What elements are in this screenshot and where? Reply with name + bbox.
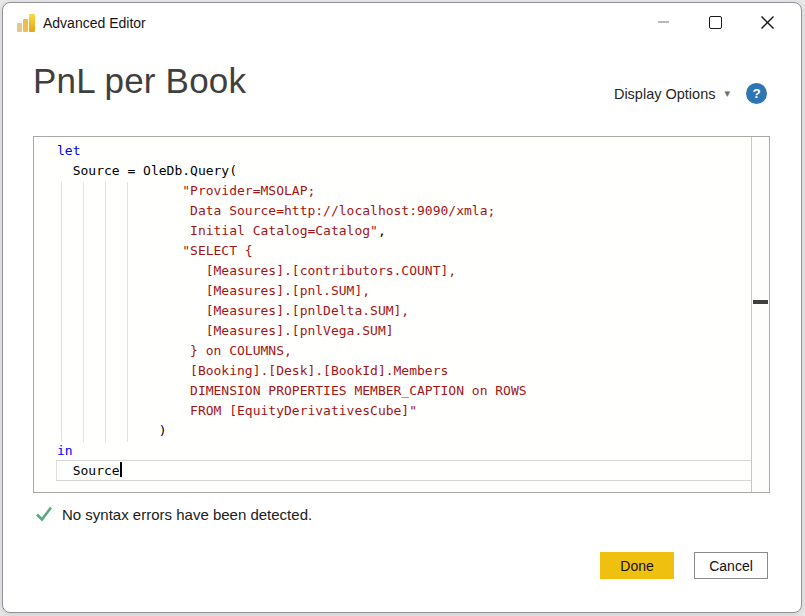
display-options-label: Display Options	[614, 86, 716, 102]
question-mark-icon: ?	[752, 86, 760, 101]
checkmark-icon	[33, 504, 55, 524]
code-line: FROM [EquityDerivativesCube]"	[57, 401, 751, 421]
display-options-dropdown[interactable]: Display Options ▾	[614, 86, 730, 102]
status-bar: No syntax errors have been detected.	[33, 504, 312, 524]
code-line: Source	[57, 461, 751, 481]
code-line: } on COLUMNS,	[57, 341, 751, 361]
minimize-button[interactable]	[637, 3, 689, 41]
code-line: [Measures].[pnl.SUM],	[57, 281, 751, 301]
close-icon	[760, 15, 775, 30]
maximize-icon	[709, 16, 722, 29]
code-line: "SELECT {	[57, 241, 751, 261]
code-line: [Measures].[pnlVega.SUM]	[57, 321, 751, 341]
header-actions: Display Options ▾ ?	[614, 83, 767, 104]
code-line: )	[57, 421, 751, 441]
chevron-down-icon: ▾	[724, 88, 730, 99]
code-line: [Booking].[Desk].[BookId].Members	[57, 361, 751, 381]
minimize-icon	[658, 21, 669, 23]
window-title: Advanced Editor	[43, 15, 146, 31]
code-line: [Measures].[contributors.COUNT],	[57, 261, 751, 281]
done-button[interactable]: Done	[600, 552, 674, 579]
code-line: Initial Catalog=Catalog",	[57, 221, 751, 241]
powerbi-logo-icon	[17, 14, 35, 32]
footer: Done Cancel	[600, 552, 768, 579]
window-controls	[637, 3, 793, 41]
code-line: DIMENSION PROPERTIES MEMBER_CAPTION on R…	[57, 381, 751, 401]
advanced-editor-dialog: Advanced Editor PnL per Book Display Opt…	[2, 2, 802, 613]
status-message: No syntax errors have been detected.	[62, 506, 312, 523]
code-area[interactable]: let Source = OleDb.Query( "Provider=MSOL…	[34, 137, 751, 492]
text-cursor	[120, 462, 122, 477]
dialog-header: PnL per Book Display Options ▾ ?	[33, 61, 767, 113]
cancel-button[interactable]: Cancel	[694, 552, 768, 579]
code-line: let	[57, 141, 751, 161]
help-button[interactable]: ?	[746, 83, 767, 104]
code-line: Source = OleDb.Query(	[57, 161, 751, 181]
scrollbar-thumb[interactable]	[753, 300, 768, 304]
editor-scrollbar[interactable]	[751, 137, 769, 492]
close-button[interactable]	[741, 3, 793, 41]
code-line: "Provider=MSOLAP;	[57, 181, 751, 201]
code-line: Data Source=http://localhost:9090/xmla;	[57, 201, 751, 221]
code-line: [Measures].[pnlDelta.SUM],	[57, 301, 751, 321]
code-editor: let Source = OleDb.Query( "Provider=MSOL…	[33, 136, 770, 493]
title-bar: Advanced Editor	[3, 3, 801, 43]
maximize-button[interactable]	[689, 3, 741, 41]
code-line: in	[57, 441, 751, 461]
